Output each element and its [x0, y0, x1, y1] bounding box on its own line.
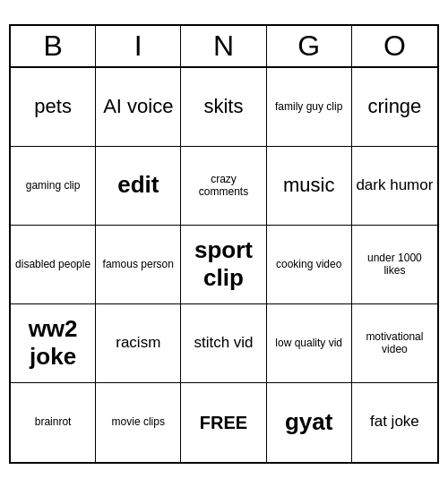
bingo-cell: ww2 joke: [11, 304, 96, 383]
bingo-cell: movie clips: [96, 383, 181, 462]
bingo-cell: cringe: [352, 68, 437, 147]
bingo-cell: disabled people: [11, 226, 96, 304]
header-letter: I: [96, 26, 181, 66]
bingo-cell: music: [267, 147, 352, 226]
bingo-cell: famous person: [96, 226, 181, 304]
bingo-cell: gyat: [267, 383, 352, 462]
bingo-cell: brainrot: [11, 383, 96, 462]
bingo-cell: stitch vid: [181, 304, 266, 383]
bingo-cell: skits: [181, 68, 266, 147]
bingo-cell: crazy comments: [181, 147, 266, 226]
bingo-cell: gaming clip: [11, 147, 96, 226]
bingo-cell: AI voice: [96, 68, 181, 147]
bingo-cell: fat joke: [352, 383, 437, 462]
header-letter: O: [352, 26, 437, 66]
bingo-card: BINGO petsAI voiceskitsfamily guy clipcr…: [9, 24, 439, 464]
bingo-grid: petsAI voiceskitsfamily guy clipcringega…: [11, 68, 437, 462]
header-letter: G: [267, 26, 352, 66]
header-letter: N: [181, 26, 266, 66]
bingo-cell: cooking video: [267, 226, 352, 304]
bingo-cell: pets: [11, 68, 96, 147]
bingo-cell: family guy clip: [267, 68, 352, 147]
bingo-cell: racism: [96, 304, 181, 383]
bingo-cell: dark humor: [352, 147, 437, 226]
bingo-cell: sport clip: [181, 226, 266, 304]
bingo-cell: motivational video: [352, 304, 437, 383]
bingo-cell: low quality vid: [267, 304, 352, 383]
header-letter: B: [11, 26, 96, 66]
bingo-cell: edit: [96, 147, 181, 226]
bingo-cell: under 1000 likes: [352, 226, 437, 304]
bingo-header: BINGO: [11, 26, 437, 68]
bingo-cell: FREE: [181, 383, 266, 462]
